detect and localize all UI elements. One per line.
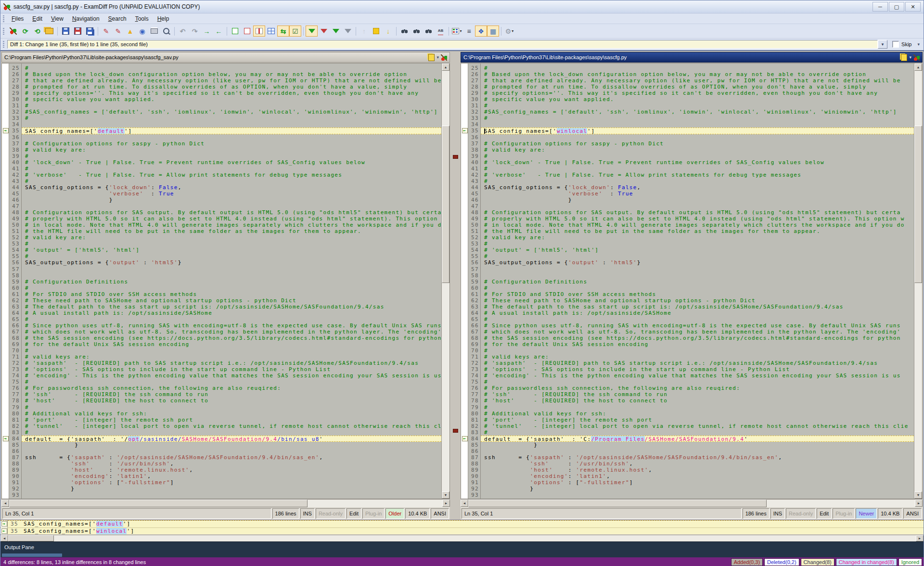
- code-line[interactable]: 41#: [2, 166, 441, 172]
- code-text[interactable]: # The default path to the sas start up s…: [22, 304, 441, 310]
- code-line[interactable]: 40# 'lock_down' - True | False. True = P…: [2, 159, 441, 166]
- code-text[interactable]: # valid keys are:: [481, 354, 914, 360]
- code-line[interactable]: 81# 'port' - [integer] the remote ssh po…: [2, 417, 441, 423]
- code-text[interactable]: 'encoding': 'latin1',: [22, 473, 441, 479]
- code-text[interactable]: # 'saspath' - [REQUIRED] path to SAS sta…: [481, 360, 914, 366]
- code-text[interactable]: # valid key are:: [481, 234, 914, 241]
- skip-checkbox[interactable]: [892, 41, 899, 48]
- code-text[interactable]: #: [22, 65, 441, 71]
- code-line[interactable]: 79#: [461, 404, 914, 411]
- print-icon[interactable]: [148, 26, 160, 37]
- code-text[interactable]: }: [481, 442, 914, 448]
- code-text[interactable]: ssh = {'saspath' : '/opt/sasinside/SASHo…: [22, 454, 441, 461]
- web-report-icon[interactable]: ◉: [136, 26, 148, 37]
- code-line[interactable]: 91 'options' : ["-fullstimer"]: [461, 479, 914, 486]
- code-text[interactable]: # Configuration options for SAS output. …: [481, 209, 914, 216]
- code-text[interactable]: # Configuration options for SAS output. …: [22, 209, 441, 216]
- code-line[interactable]: 28# prompted for at run time. To dissall…: [461, 84, 914, 90]
- code-line[interactable]: 31#: [461, 103, 914, 109]
- code-line[interactable]: 42# 'verbose' - True | False. True = All…: [2, 172, 441, 178]
- code-line[interactable]: 59# Configuration Definitions: [461, 279, 914, 285]
- code-line[interactable]: 69# for the default Unix SAS session enc…: [2, 341, 441, 347]
- code-line[interactable]: 65#: [461, 316, 914, 322]
- code-line[interactable]: 73# 'options' - SAS options to include i…: [461, 366, 914, 373]
- show-changed-filter-icon[interactable]: [330, 26, 342, 37]
- current-diff-icon[interactable]: [370, 26, 382, 37]
- code-text[interactable]: # For STDIO and STDIO over SSH access me…: [481, 291, 914, 297]
- code-line[interactable]: 92 }: [2, 486, 441, 492]
- scroll-up-icon[interactable]: ▲: [914, 64, 922, 71]
- code-line[interactable]: 29# specify options=''. This way it's sp…: [2, 90, 441, 96]
- diff-panel-scroll-thumb[interactable]: [8, 535, 54, 541]
- code-text[interactable]: # For passwordless ssh connection, the f…: [481, 385, 914, 391]
- code-line[interactable]: 26# Based upon the lock_down configurati…: [461, 71, 914, 77]
- code-line[interactable]: 34: [2, 121, 441, 128]
- code-line[interactable]: 33#: [461, 115, 914, 121]
- code-text[interactable]: # valid key are:: [22, 234, 441, 241]
- code-text[interactable]: #: [481, 379, 914, 385]
- code-line[interactable]: 46 }: [461, 197, 914, 203]
- code-line[interactable]: 77# 'ssh' - [REQUIRED] the ssh command t…: [2, 391, 441, 398]
- code-text[interactable]: #: [22, 241, 441, 247]
- scroll-left-icon[interactable]: ◄: [0, 535, 8, 541]
- code-text[interactable]: 'options' : ["-fullstimer"]: [22, 479, 441, 486]
- code-text[interactable]: # 'ssh' - [REQUIRED] the ssh command to …: [22, 391, 441, 398]
- diff-selector[interactable]: Diff 1: Change 1 line (35, first file) t…: [7, 40, 887, 49]
- code-line[interactable]: 89 'host' : 'remote.linux.host',: [2, 467, 441, 473]
- code-line[interactable]: 83#: [2, 429, 441, 436]
- code-text[interactable]: # 'port' - [integer] the remote ssh port: [481, 417, 914, 423]
- code-text[interactable]: # 'encoding' - This is the python encodi…: [481, 373, 914, 379]
- code-text[interactable]: [481, 272, 914, 279]
- code-line[interactable]: 61# For STDIO and STDIO over SSH access …: [461, 291, 914, 297]
- code-text[interactable]: 'ssh' : '/usr/bin/ssh',: [22, 461, 441, 467]
- diffbar-grip[interactable]: [3, 41, 4, 48]
- code-line[interactable]: 70#: [461, 347, 914, 354]
- code-line[interactable]: 82# 'tunnel' - [integer] local port to o…: [2, 423, 441, 429]
- menu-search[interactable]: Search: [104, 14, 131, 23]
- code-text[interactable]: # 'host' - [REQUIRED] the host to connec…: [481, 398, 914, 404]
- code-text[interactable]: 'ssh' : '/usr/bin/ssh',: [481, 461, 914, 467]
- code-text[interactable]: # For passwordless ssh connection, the f…: [22, 385, 441, 391]
- code-line[interactable]: 43#: [2, 178, 441, 184]
- code-text[interactable]: SAS_output_options = {'output' : 'html5'…: [481, 259, 914, 266]
- code-line[interactable]: 57: [461, 266, 914, 272]
- code-line[interactable]: 66# Since python uses utf-8, running SAS…: [461, 322, 914, 329]
- code-line[interactable]: 44SAS_config_options = {'lock_down': Fal…: [461, 184, 914, 191]
- left-vertical-scrollbar[interactable]: ▲ ▼: [441, 64, 449, 499]
- synchronize-scrolling-icon[interactable]: ⇆: [277, 26, 289, 37]
- code-text[interactable]: # Based upon the lock_down configuration…: [481, 71, 914, 77]
- code-text[interactable]: #SAS_config_names = ['default', 'ssh', '…: [22, 109, 441, 115]
- code-line[interactable]: 27# that are defined already. Any necess…: [2, 77, 441, 84]
- left-file-header[interactable]: C:\Program Files\Python\Python37\Lib\sit…: [1, 52, 450, 63]
- code-line[interactable]: 45 'verbose' : True: [461, 191, 914, 197]
- code-line[interactable]: 55#: [461, 253, 914, 259]
- menu-navigation[interactable]: Navigation: [68, 14, 104, 23]
- code-line[interactable]: 55#: [2, 253, 441, 259]
- code-text[interactable]: # for the default Unix SAS session encod…: [481, 341, 914, 347]
- code-text[interactable]: # The default path to the sas start up s…: [481, 304, 914, 310]
- code-line[interactable]: 80# Additional valid keys for ssh:: [2, 411, 441, 417]
- code-line[interactable]: 76# For passwordless ssh connection, the…: [461, 385, 914, 391]
- copy-path-icon[interactable]: [428, 54, 435, 61]
- right-vscroll-thumb[interactable]: [914, 126, 922, 283]
- code-line[interactable]: 60#: [461, 285, 914, 291]
- save-first-file-icon[interactable]: [72, 26, 84, 37]
- code-line[interactable]: 52# valid key are:: [461, 234, 914, 241]
- code-text[interactable]: #: [481, 404, 914, 411]
- code-text[interactable]: #: [481, 429, 914, 436]
- code-line[interactable]: 85 }: [2, 442, 441, 448]
- settings-icon-dropdown[interactable]: ▾: [512, 29, 513, 33]
- match-case-icon[interactable]: AB: [435, 26, 447, 37]
- code-line[interactable]: 64# A usual install path is: /opt/sasins…: [2, 310, 441, 316]
- code-line[interactable]: 75#: [461, 379, 914, 385]
- code-text[interactable]: # in local mode. Note that HTML 4.0 will…: [481, 222, 914, 228]
- redo-icon[interactable]: ↷: [189, 26, 201, 37]
- code-text[interactable]: # specific value you want applied.: [481, 96, 914, 103]
- code-text[interactable]: #: [481, 115, 914, 121]
- code-text[interactable]: # For STDIO and STDIO over SSH access me…: [22, 291, 441, 297]
- code-line[interactable]: 72# 'saspath' - [REQUIRED] path to SAS s…: [461, 360, 914, 366]
- find-previous-icon[interactable]: [423, 26, 435, 37]
- code-text[interactable]: # 'options' - SAS options to include in …: [22, 366, 441, 373]
- diff-map[interactable]: [451, 51, 460, 520]
- code-line[interactable]: 49# properly with HTML 5.0 so it can als…: [461, 216, 914, 222]
